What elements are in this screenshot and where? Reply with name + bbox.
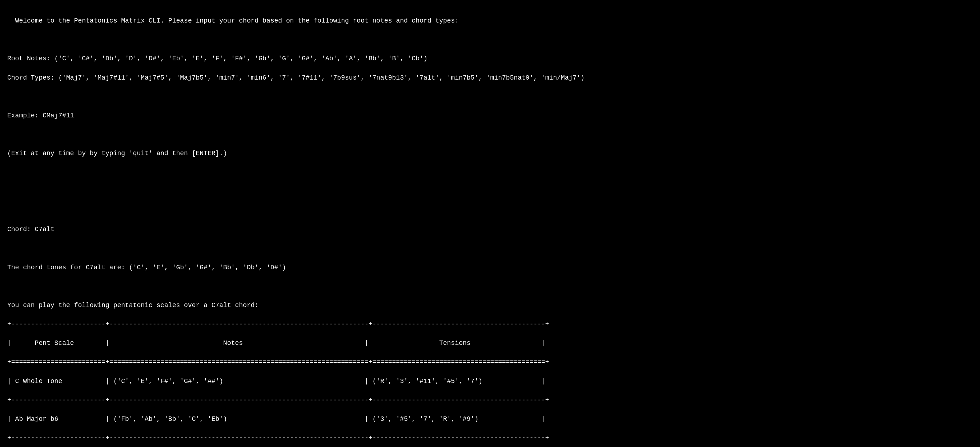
welcome-line: Welcome to the Pentatonics Matrix CLI. P…	[15, 17, 459, 24]
chord-tones-line: The chord tones for C7alt are: ('C', 'E'…	[7, 264, 286, 271]
exit-line: (Exit at any time by by typing 'quit' an…	[7, 150, 227, 157]
table-divider-1: +------------------------+--------------…	[7, 396, 549, 404]
chord-types-line: Chord Types: ('Maj7', 'Maj7#11', 'Maj7#5…	[7, 74, 584, 81]
table-top-border: +------------------------+--------------…	[7, 321, 549, 328]
table-header-row: | Pent Scale | Notes | Tensions |	[7, 339, 545, 347]
chord-input-line: Chord: C7alt	[7, 226, 54, 233]
example-line: Example: CMaj7#11	[7, 112, 74, 119]
table-row-2: | Ab Major b6 | ('Fb', 'Ab', 'Bb', 'C', …	[7, 415, 545, 423]
table-divider-2: +------------------------+--------------…	[7, 434, 549, 442]
terminal-output: Welcome to the Pentatonics Matrix CLI. P…	[7, 6, 973, 447]
table-row-1: | C Whole Tone | ('C', 'E', 'F#', 'G#', …	[7, 378, 545, 385]
table-separator: +========================+==============…	[7, 358, 549, 366]
pentatonic-intro-line: You can play the following pentatonic sc…	[7, 302, 258, 309]
root-notes-line: Root Notes: ('C', 'C#', 'Db', 'D', 'D#',…	[7, 55, 428, 62]
